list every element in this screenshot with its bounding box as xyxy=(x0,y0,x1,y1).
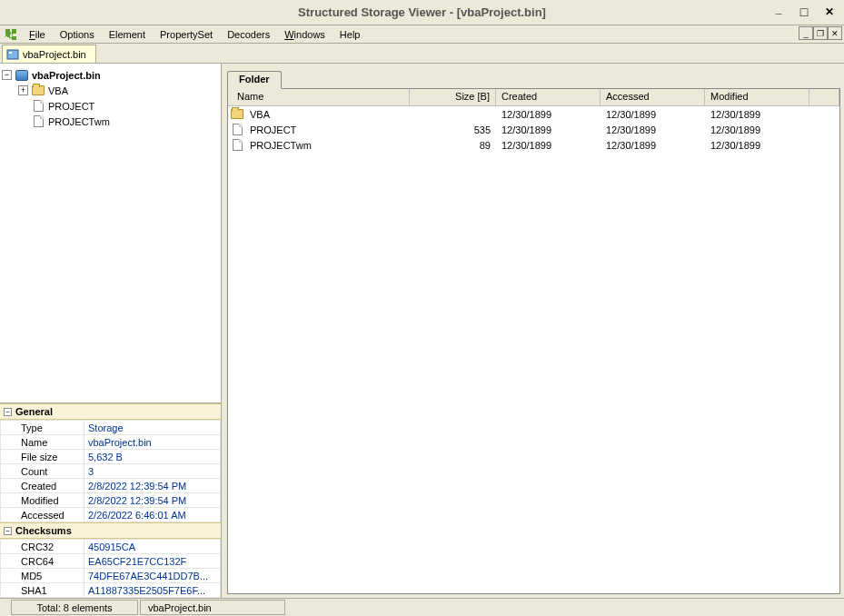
maximize-button[interactable] xyxy=(795,4,813,20)
content-tabstrip: Folder xyxy=(227,71,840,89)
menu-decoders[interactable]: Decoders xyxy=(220,27,277,42)
cell-name: VBA xyxy=(244,109,410,120)
tree-view[interactable]: − vbaProject.bin + VBA PROJECT PROJECTwm xyxy=(0,64,221,402)
property-row[interactable]: Accessed2/26/2022 6:46:01 AM xyxy=(1,508,221,522)
cell-created: 12/30/1899 xyxy=(496,124,601,135)
collapse-icon[interactable]: − xyxy=(4,527,12,535)
close-button[interactable] xyxy=(820,4,839,20)
menu-options[interactable]: Options xyxy=(53,27,102,42)
cell-modified: 12/30/1899 xyxy=(705,140,809,151)
mdi-restore-button[interactable]: ❐ xyxy=(813,26,828,40)
menu-help[interactable]: Help xyxy=(333,27,368,42)
property-key: Type xyxy=(1,421,84,435)
property-row[interactable]: CRC64EA65CF21E7CC132F xyxy=(1,554,221,569)
collapse-icon[interactable]: − xyxy=(4,408,12,416)
property-row[interactable]: TypeStorage xyxy=(1,421,221,435)
window-titlebar: Structured Storage Viewer - [vbaProject.… xyxy=(0,0,844,25)
document-tab[interactable]: vbaProject.bin xyxy=(2,45,96,63)
tree-item-label: VBA xyxy=(48,85,68,96)
folder-icon xyxy=(228,109,244,119)
cell-accessed: 12/30/1899 xyxy=(601,124,705,135)
tree-item-label: PROJECTwm xyxy=(48,116,110,127)
section-checksums-title: Checksums xyxy=(15,525,72,536)
cell-size: 89 xyxy=(410,140,496,151)
cell-modified: 12/30/1899 xyxy=(705,109,809,120)
property-row[interactable]: CRC32450915CA xyxy=(1,540,221,554)
property-row[interactable]: Created2/8/2022 12:39:54 PM xyxy=(1,479,221,493)
property-row[interactable]: SHA1A11887335E2505F7E6F... xyxy=(1,583,221,598)
menu-element[interactable]: Element xyxy=(102,27,153,42)
property-row[interactable]: Modified2/8/2022 12:39:54 PM xyxy=(1,493,221,508)
property-row[interactable]: MD574DFE67AE3C441DD7B... xyxy=(1,569,221,583)
property-value: 2/8/2022 12:39:54 PM xyxy=(84,479,221,493)
list-header: Name Size [B] Created Accessed Modified xyxy=(228,89,839,106)
document-icon xyxy=(6,48,19,61)
col-accessed[interactable]: Accessed xyxy=(601,89,705,105)
cell-name: PROJECT xyxy=(244,124,410,135)
tree-item[interactable]: + VBA xyxy=(2,83,219,98)
tree-root[interactable]: − vbaProject.bin xyxy=(2,67,219,83)
property-row[interactable]: Count3 xyxy=(1,464,221,479)
col-name[interactable]: Name xyxy=(228,89,410,105)
left-panel: − vbaProject.bin + VBA PROJECT PROJECTwm xyxy=(0,64,222,598)
mdi-minimize-button[interactable]: _ xyxy=(799,26,813,40)
mdi-controls: _ ❐ ✕ xyxy=(799,26,842,40)
property-row[interactable]: NamevbaProject.bin xyxy=(1,435,221,450)
cell-accessed: 12/30/1899 xyxy=(601,140,705,151)
menu-file[interactable]: FFileile xyxy=(22,27,53,42)
col-size[interactable]: Size [B] xyxy=(410,89,496,105)
list-view[interactable]: Name Size [B] Created Accessed Modified … xyxy=(227,88,840,594)
cell-accessed: 12/30/1899 xyxy=(601,109,705,120)
main-area: − vbaProject.bin + VBA PROJECT PROJECTwm xyxy=(0,64,844,598)
property-value: 74DFE67AE3C441DD7B... xyxy=(84,569,221,583)
property-value: Storage xyxy=(84,421,221,435)
general-table: TypeStorageNamevbaProject.binFile size5,… xyxy=(0,420,221,522)
file-icon xyxy=(31,100,45,113)
checksums-table: CRC32450915CACRC64EA65CF21E7CC132FMD574D… xyxy=(0,539,221,598)
statusbar: Total: 8 elements vbaProject.bin xyxy=(0,598,844,616)
mdi-close-button[interactable]: ✕ xyxy=(828,26,842,40)
svg-rect-0 xyxy=(7,50,18,59)
minimize-button[interactable] xyxy=(770,4,788,20)
property-key: Count xyxy=(1,464,84,479)
menu-propertyset[interactable]: PropertySet xyxy=(153,27,220,42)
file-icon xyxy=(228,139,244,151)
tree-item[interactable]: PROJECT xyxy=(2,98,219,114)
properties-panel: − General TypeStorageNamevbaProject.binF… xyxy=(0,402,221,598)
col-modified[interactable]: Modified xyxy=(705,89,809,105)
property-value: A11887335E2505F7E6F... xyxy=(84,583,221,598)
col-created[interactable]: Created xyxy=(496,89,601,105)
window-controls xyxy=(770,4,839,20)
property-key: MD5 xyxy=(1,569,84,583)
tree-root-label: vbaProject.bin xyxy=(32,70,101,81)
list-row[interactable]: PROJECTwm8912/30/189912/30/189912/30/189… xyxy=(228,137,839,153)
tree-item[interactable]: PROJECTwm xyxy=(2,114,219,129)
cell-size: 535 xyxy=(410,124,496,135)
svg-rect-1 xyxy=(9,52,12,54)
expand-icon[interactable]: − xyxy=(2,70,12,80)
list-row[interactable]: PROJECT53512/30/189912/30/189912/30/1899 xyxy=(228,122,839,137)
property-row[interactable]: File size5,632 B xyxy=(1,450,221,464)
property-key: CRC32 xyxy=(1,540,84,554)
app-icon xyxy=(4,27,18,42)
tree-item-label: PROJECT xyxy=(48,101,94,112)
property-key: Accessed xyxy=(1,508,84,522)
col-spacer xyxy=(809,89,839,105)
file-icon xyxy=(228,124,244,135)
cell-modified: 12/30/1899 xyxy=(705,124,809,135)
cell-created: 12/30/1899 xyxy=(496,140,601,151)
content-tab-folder[interactable]: Folder xyxy=(227,71,282,89)
property-key: Modified xyxy=(1,493,84,508)
property-key: Name xyxy=(1,435,84,450)
list-row[interactable]: VBA12/30/189912/30/189912/30/1899 xyxy=(228,106,839,122)
document-tabstrip: vbaProject.bin xyxy=(0,44,844,64)
section-general-header[interactable]: − General xyxy=(0,403,221,420)
menu-windows[interactable]: WindowsWindows xyxy=(277,27,333,42)
property-key: SHA1 xyxy=(1,583,84,598)
section-general-title: General xyxy=(15,406,53,417)
expand-icon[interactable]: + xyxy=(18,85,28,95)
storage-icon xyxy=(15,69,29,82)
property-value: 450915CA xyxy=(84,540,221,554)
section-checksums-header[interactable]: − Checksums xyxy=(0,522,221,539)
status-total: Total: 8 elements xyxy=(11,600,138,615)
